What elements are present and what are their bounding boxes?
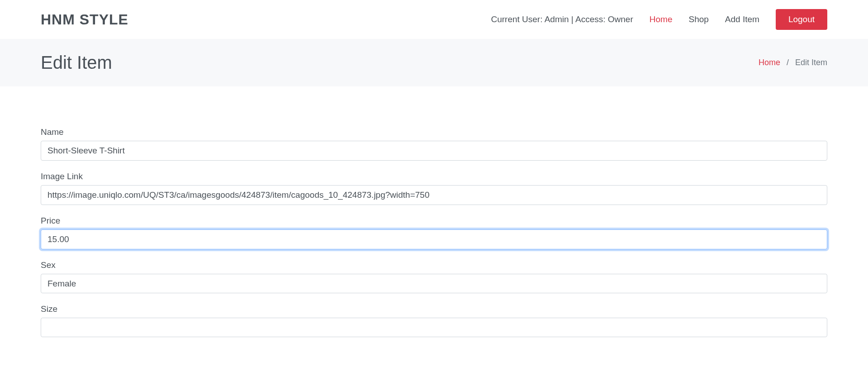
- current-user-text: Current User: Admin | Access: Owner: [491, 14, 633, 24]
- price-label: Price: [41, 216, 827, 226]
- form-group-size: Size: [41, 304, 827, 337]
- nav-right: Current User: Admin | Access: Owner Home…: [491, 9, 827, 30]
- edit-item-form: Name Image Link Price Sex Female Size: [0, 86, 868, 366]
- form-group-name: Name: [41, 127, 827, 161]
- size-label: Size: [41, 304, 827, 314]
- page-title: Edit Item: [41, 52, 112, 73]
- form-group-sex: Sex Female: [41, 260, 827, 293]
- header: HNM STYLE Current User: Admin | Access: …: [0, 0, 868, 39]
- nav-add-item[interactable]: Add Item: [725, 14, 759, 24]
- size-select[interactable]: [41, 318, 827, 337]
- breadcrumb-separator: /: [787, 58, 789, 67]
- name-input[interactable]: [41, 141, 827, 161]
- image-link-input[interactable]: [41, 185, 827, 205]
- sex-label: Sex: [41, 260, 827, 270]
- logo: HNM STYLE: [41, 11, 128, 28]
- nav-home[interactable]: Home: [650, 14, 673, 24]
- breadcrumb: Home / Edit Item: [759, 58, 827, 67]
- breadcrumb-section: Edit Item Home / Edit Item: [0, 39, 868, 86]
- image-link-label: Image Link: [41, 172, 827, 181]
- breadcrumb-home-link[interactable]: Home: [759, 58, 780, 67]
- nav-shop[interactable]: Shop: [688, 14, 708, 24]
- logout-button[interactable]: Logout: [776, 9, 827, 30]
- sex-select[interactable]: Female: [41, 274, 827, 293]
- breadcrumb-current: Edit Item: [795, 58, 827, 67]
- form-group-image-link: Image Link: [41, 172, 827, 205]
- name-label: Name: [41, 127, 827, 137]
- form-group-price: Price: [41, 216, 827, 249]
- price-input[interactable]: [41, 229, 827, 249]
